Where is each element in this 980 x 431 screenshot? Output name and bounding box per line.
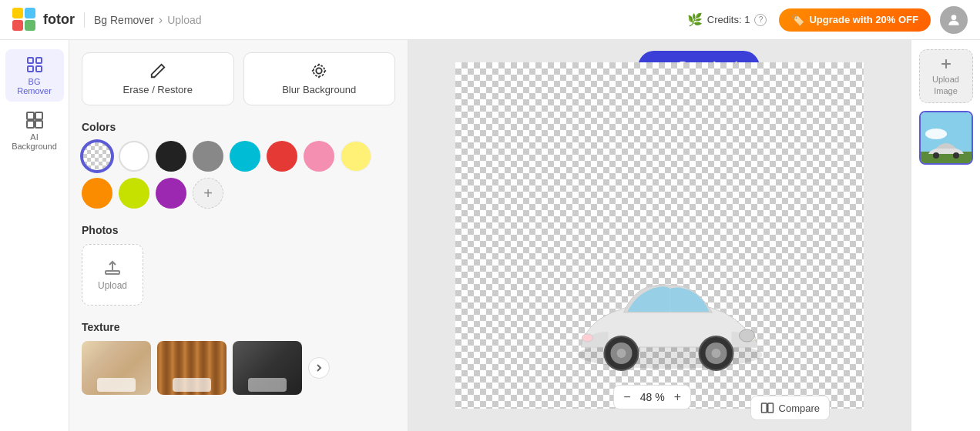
upgrade-label: Upgrade with 20% OFF bbox=[809, 14, 918, 25]
sidebar-item-ai-background[interactable]: AIBackground bbox=[5, 105, 64, 157]
svg-point-39 bbox=[933, 152, 939, 159]
sidebar-item-bg-remover-label: BG Remover bbox=[13, 77, 56, 95]
color-swatch-cyan[interactable] bbox=[230, 141, 260, 172]
upload-photo-button[interactable]: Upload bbox=[82, 244, 143, 306]
svg-rect-3 bbox=[25, 20, 35, 31]
color-swatch-orange[interactable] bbox=[82, 178, 112, 209]
texture-title: Texture bbox=[82, 321, 395, 333]
zoom-out-button[interactable]: − bbox=[623, 390, 630, 404]
svg-point-14 bbox=[317, 68, 322, 73]
credits-help-icon[interactable]: ? bbox=[754, 14, 767, 26]
texture-item-3[interactable] bbox=[233, 341, 302, 395]
thumbnail-preview bbox=[921, 112, 972, 163]
header-title: Bg Remover bbox=[94, 14, 154, 26]
texture-item-1[interactable] bbox=[82, 341, 151, 395]
upload-photo-label: Upload bbox=[98, 280, 127, 291]
svg-rect-10 bbox=[35, 112, 42, 119]
texture-next-button[interactable] bbox=[308, 357, 330, 379]
svg-rect-20 bbox=[106, 271, 119, 274]
svg-point-13 bbox=[33, 119, 36, 122]
compare-button[interactable]: Compare bbox=[750, 396, 830, 420]
color-swatch-transparent[interactable] bbox=[82, 141, 112, 172]
svg-rect-8 bbox=[36, 66, 42, 72]
svg-rect-0 bbox=[12, 8, 23, 18]
svg-point-31 bbox=[740, 329, 755, 342]
svg-point-15 bbox=[314, 65, 325, 77]
upload-image-label: UploadImage bbox=[932, 74, 959, 96]
svg-point-4 bbox=[951, 15, 957, 20]
upload-photo-icon bbox=[103, 259, 122, 277]
colors-section: Colors + bbox=[82, 121, 395, 209]
zoom-in-button[interactable]: + bbox=[674, 390, 681, 404]
thumbnail-item[interactable] bbox=[919, 111, 973, 165]
right-panel: UploadImage bbox=[911, 40, 980, 431]
bg-remover-icon bbox=[25, 55, 44, 74]
texture-item-2[interactable] bbox=[157, 341, 227, 395]
chevron-right-icon bbox=[314, 363, 324, 373]
canvas-container bbox=[455, 62, 864, 409]
photos-section: Photos Upload bbox=[82, 224, 395, 306]
zoom-value: 48 % bbox=[637, 391, 668, 403]
color-swatch-pink[interactable] bbox=[304, 141, 334, 172]
blur-background-button[interactable]: Blur Background bbox=[243, 52, 396, 105]
svg-point-40 bbox=[953, 152, 959, 159]
compare-label: Compare bbox=[779, 403, 820, 414]
upgrade-button[interactable]: 🏷️ Upgrade with 20% OFF bbox=[779, 8, 931, 32]
upgrade-icon: 🏷️ bbox=[791, 14, 804, 26]
tools-panel: Erase / Restore Blur Background Colors bbox=[69, 40, 408, 431]
svg-rect-5 bbox=[28, 58, 33, 63]
logo-text: fotor bbox=[43, 12, 75, 28]
blur-background-label: Blur Background bbox=[282, 84, 356, 95]
plus-icon bbox=[938, 56, 954, 72]
svg-rect-6 bbox=[36, 58, 42, 63]
compare-icon bbox=[760, 401, 774, 415]
erase-restore-button[interactable]: Erase / Restore bbox=[82, 52, 234, 105]
header-separator: › bbox=[159, 13, 163, 27]
header: fotor Bg Remover › Upload 🌿 Credits: 1 ?… bbox=[0, 0, 980, 40]
svg-point-38 bbox=[925, 129, 947, 139]
zoom-bar: − 48 % + bbox=[613, 385, 691, 409]
photos-title: Photos bbox=[82, 224, 395, 236]
svg-point-30 bbox=[582, 334, 593, 342]
svg-rect-32 bbox=[761, 403, 767, 413]
tool-buttons: Erase / Restore Blur Background bbox=[82, 52, 395, 105]
color-swatch-gray[interactable] bbox=[193, 141, 223, 172]
colors-grid: + bbox=[82, 141, 395, 209]
credits-label: Credits: 1 bbox=[707, 14, 750, 25]
ai-background-icon bbox=[25, 111, 44, 129]
bottom-controls: − 48 % + Compare bbox=[750, 396, 830, 420]
header-divider bbox=[84, 12, 85, 28]
svg-point-28 bbox=[712, 349, 721, 358]
canvas-area: Download bbox=[408, 40, 911, 431]
texture-section: Texture bbox=[82, 321, 395, 395]
leaf-icon: 🌿 bbox=[687, 12, 703, 27]
upload-image-button[interactable]: UploadImage bbox=[919, 49, 973, 103]
erase-restore-label: Erase / Restore bbox=[123, 84, 193, 95]
color-swatch-red[interactable] bbox=[267, 141, 297, 172]
colors-title: Colors bbox=[82, 121, 395, 133]
color-swatch-lime[interactable] bbox=[119, 178, 149, 209]
texture-grid bbox=[82, 341, 395, 395]
color-swatch-purple[interactable] bbox=[156, 178, 186, 209]
svg-rect-1 bbox=[25, 8, 35, 18]
svg-rect-33 bbox=[767, 403, 773, 413]
color-swatch-yellow[interactable] bbox=[341, 141, 371, 172]
erase-restore-icon bbox=[149, 62, 166, 79]
blur-background-icon bbox=[310, 62, 327, 79]
left-sidebar: BG Remover AIBackground bbox=[0, 40, 69, 431]
svg-rect-2 bbox=[12, 20, 23, 31]
header-subtitle: Upload bbox=[167, 14, 201, 26]
color-swatch-add[interactable]: + bbox=[193, 178, 223, 209]
sidebar-item-bg-remover[interactable]: BG Remover bbox=[5, 49, 64, 102]
svg-rect-7 bbox=[28, 66, 33, 72]
color-swatch-white[interactable] bbox=[119, 141, 149, 172]
fotor-logo-icon bbox=[12, 8, 37, 32]
user-avatar-button[interactable] bbox=[940, 6, 968, 34]
svg-rect-12 bbox=[35, 121, 42, 128]
svg-rect-9 bbox=[27, 112, 34, 119]
svg-rect-11 bbox=[27, 121, 34, 128]
user-icon bbox=[946, 12, 962, 28]
svg-point-25 bbox=[617, 349, 626, 358]
color-swatch-black[interactable] bbox=[156, 141, 186, 172]
thumbnail-car-icon bbox=[921, 125, 972, 163]
